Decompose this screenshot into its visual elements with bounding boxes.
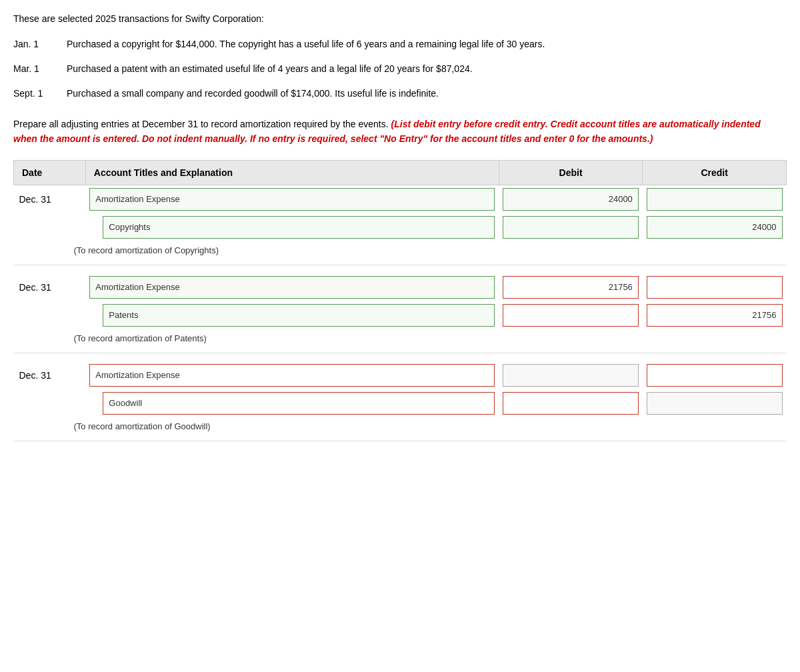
transaction-jan-desc: Purchased a copyright for $144,000. The … — [67, 37, 545, 51]
entry-2-date: Dec. 31 — [14, 361, 86, 389]
entry-2-row-1-credit-input[interactable] — [647, 392, 783, 415]
header-debit: Debit — [499, 160, 643, 185]
entry-0-row-1-debit-input[interactable] — [503, 216, 639, 239]
intro-text: These are selected 2025 transactions for… — [13, 13, 787, 24]
entry-1-note-row: (To record amortization of Patents) — [14, 329, 787, 353]
entry-1-date: Dec. 31 — [14, 273, 86, 301]
entry-0-row-1-credit-input[interactable] — [647, 216, 783, 239]
entry-1-row-1-credit — [643, 301, 787, 329]
entry-0-row-1 — [14, 213, 787, 241]
entry-0-row-0: Dec. 31 — [14, 185, 787, 213]
entry-1-date — [14, 301, 86, 329]
entry-1-row-1-account-input[interactable] — [103, 304, 495, 327]
entry-1-row-1-account — [85, 301, 499, 329]
entry-0-row-1-credit — [643, 213, 787, 241]
header-credit: Credit — [643, 160, 787, 185]
instructions-prefix: Prepare all adjusting entries at Decembe… — [13, 119, 389, 129]
entry-2-row-1-credit — [643, 389, 787, 417]
entry-0-row-1-account-input[interactable] — [103, 216, 495, 239]
header-date: Date — [14, 160, 86, 185]
entry-1-row-1-debit — [499, 301, 643, 329]
entry-0-spacer — [14, 265, 787, 273]
entry-1-row-0: Dec. 31 — [14, 273, 787, 301]
table-header: Date Account Titles and Explanation Debi… — [14, 160, 787, 185]
entry-0-row-0-account-input[interactable] — [89, 188, 495, 211]
entry-1-row-1 — [14, 301, 787, 329]
journal-body: Dec. 31(To record amortization of Copyri… — [14, 185, 787, 449]
transaction-sept-date: Sept. 1 — [13, 87, 67, 99]
entry-1-row-1-credit-input[interactable] — [647, 304, 783, 327]
entry-0-row-1-debit — [499, 213, 643, 241]
entry-2-row-1-debit — [499, 389, 643, 417]
entry-2-row-1 — [14, 389, 787, 417]
entry-2-row-0-debit-input[interactable] — [503, 364, 639, 387]
entry-1-note: (To record amortization of Patents) — [14, 329, 787, 353]
entry-2-row-1-account — [85, 389, 499, 417]
entry-2-note-row: (To record amortization of Goodwill) — [14, 417, 787, 441]
entry-2-row-0-credit-input[interactable] — [647, 364, 783, 387]
entry-2-row-1-account-input[interactable] — [103, 392, 495, 415]
entry-0-note-row: (To record amortization of Copyrights) — [14, 241, 787, 265]
transaction-sept-desc: Purchased a small company and recorded g… — [67, 87, 439, 101]
entry-1-row-0-debit-input[interactable] — [503, 276, 639, 299]
entry-2-row-0-account — [85, 361, 499, 389]
instructions-section: Prepare all adjusting entries at Decembe… — [13, 117, 787, 147]
entry-2-row-0: Dec. 31 — [14, 361, 787, 389]
entry-0-row-0-debit-input[interactable] — [503, 188, 639, 211]
transaction-mar: Mar. 1 Purchased a patent with an estima… — [13, 62, 787, 76]
entry-1-row-0-account — [85, 273, 499, 301]
entry-1-spacer — [14, 353, 787, 361]
entry-1-row-0-debit — [499, 273, 643, 301]
entry-1-row-1-debit-input[interactable] — [503, 304, 639, 327]
entry-0-row-0-account — [85, 185, 499, 213]
entry-0-row-0-credit — [643, 185, 787, 213]
transaction-sept: Sept. 1 Purchased a small company and re… — [13, 87, 787, 101]
transaction-mar-date: Mar. 1 — [13, 62, 67, 74]
entry-0-date: Dec. 31 — [14, 185, 86, 213]
entry-0-row-0-credit-input[interactable] — [647, 188, 783, 211]
journal-table: Date Account Titles and Explanation Debi… — [13, 160, 787, 449]
entry-0-note: (To record amortization of Copyrights) — [14, 241, 787, 265]
header-account: Account Titles and Explanation — [85, 160, 499, 185]
entry-1-row-0-credit — [643, 273, 787, 301]
entry-0-date — [14, 213, 86, 241]
transaction-jan: Jan. 1 Purchased a copyright for $144,00… — [13, 37, 787, 51]
entry-1-row-0-account-input[interactable] — [89, 276, 495, 299]
transaction-jan-date: Jan. 1 — [13, 37, 67, 49]
entry-2-note: (To record amortization of Goodwill) — [14, 417, 787, 441]
transaction-mar-desc: Purchased a patent with an estimated use… — [67, 62, 473, 76]
transactions-section: Jan. 1 Purchased a copyright for $144,00… — [13, 37, 787, 101]
entry-2-spacer — [14, 441, 787, 449]
entry-2-row-0-account-input[interactable] — [89, 364, 495, 387]
entry-2-row-1-debit-input[interactable] — [503, 392, 639, 415]
entry-0-row-1-account — [85, 213, 499, 241]
entry-1-row-0-credit-input[interactable] — [647, 276, 783, 299]
entry-0-row-0-debit — [499, 185, 643, 213]
entry-2-row-0-debit — [499, 361, 643, 389]
entry-2-date — [14, 389, 86, 417]
entry-2-row-0-credit — [643, 361, 787, 389]
